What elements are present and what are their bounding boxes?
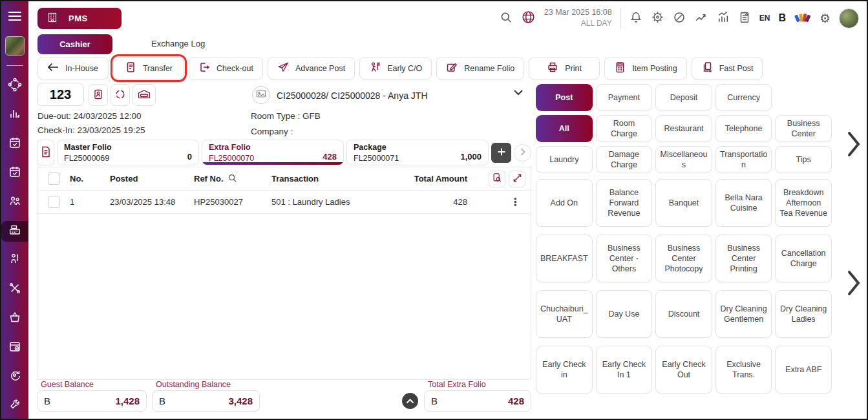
sidebar-item-schedule[interactable] [1,163,28,184]
search-button[interactable] [500,11,513,26]
sidebar-item-housekeeping[interactable] [1,250,28,271]
charge-item-button[interactable]: BREAKFAST [536,235,593,282]
total-extra-folio-value: 428 [508,395,524,406]
in-house-button[interactable]: In-House [37,57,109,79]
row-checkbox[interactable] [48,196,60,208]
row-menu-button[interactable]: ⋮ [487,196,531,208]
check-in-text: Check-In: 23/03/2025 19:25 [37,125,145,135]
early-co-button[interactable]: Early C/O [359,57,432,79]
report-button[interactable] [738,11,751,26]
block-button[interactable] [673,11,686,26]
pms-module-button[interactable]: PMS [37,8,122,29]
filter-tab[interactable]: Room Charge [596,115,653,142]
collapse-panel-button[interactable] [402,393,418,409]
filter-tab[interactable]: Damage Charge [596,146,653,173]
room-type-text: Room Type : GFB [251,111,321,121]
charge-item-button[interactable]: Day Use [596,290,653,338]
trend-button[interactable] [694,10,708,26]
panel-next-page-button-top[interactable] [847,131,861,160]
print-button[interactable]: Print [529,57,600,79]
charge-item-button[interactable]: Breakdown Afternoon Tea Revenue [775,179,832,227]
panel-next-page-button-bottom[interactable] [847,269,861,299]
language-button[interactable]: EN [759,14,770,23]
registration-card-button[interactable] [89,84,108,106]
charge-item-button[interactable]: Business Center Photocopy [655,235,712,282]
room-type-button[interactable] [132,84,156,106]
charge-item-button[interactable]: Extra ABF [775,346,832,394]
filter-tab[interactable]: Laundry [536,146,593,173]
tab-cashier[interactable]: Cashier [37,34,112,54]
charge-item-button[interactable]: Add On [536,179,593,227]
globe-button[interactable] [521,10,536,26]
select-all-checkbox[interactable] [48,173,60,185]
notifications-button[interactable] [630,11,642,26]
charge-item-button[interactable]: Bella Nara Cuisine [715,179,772,227]
currency-code-button[interactable]: B [778,12,786,24]
charge-item-button[interactable]: Dry Cleaning Gentlemen [715,290,772,338]
item-posting-button[interactable]: Item Posting [604,57,686,79]
charge-item-button[interactable]: Business Center Printing [715,235,772,282]
room-status-cycle-button[interactable] [111,84,130,106]
charge-item-button[interactable]: Banquet [655,179,712,227]
sidebar-item-calendar[interactable] [1,134,28,154]
filter-tab[interactable]: All [536,115,593,142]
charge-item-button[interactable]: Early Check in [536,346,593,394]
night-audit-button[interactable] [651,10,664,26]
action-tab[interactable]: Payment [596,84,653,111]
user-avatar[interactable] [839,8,859,28]
check-out-button[interactable]: Check-out [189,57,263,79]
sidebar-item-setup[interactable] [1,395,28,416]
charge-item-button[interactable]: Early Check In 1 [596,346,653,394]
next-folio-button[interactable] [514,144,531,162]
folio-tab-extra[interactable]: Extra Folio FL25000070 428 [202,140,344,165]
charge-item-button[interactable]: Exclusive Trans. [715,346,772,394]
bar-chart-icon [716,10,730,26]
charge-item-button[interactable]: Dry Cleaning Ladies [775,290,832,338]
filter-tab[interactable]: Telephone [715,115,772,142]
action-tab[interactable]: Currency [715,84,772,111]
charge-item-button[interactable]: Business Center - Others [596,235,653,282]
action-tab[interactable]: Post [536,84,593,111]
sidebar-item-statistics[interactable] [1,105,28,125]
filter-tab[interactable]: Tips [775,146,832,173]
settings-button[interactable]: ⚙ [820,11,831,25]
charge-item-button[interactable]: Chuchaiburi_UAT [536,290,593,338]
sidebar-item-shift-sync[interactable] [1,366,28,387]
add-folio-button[interactable] [491,143,511,163]
charge-item-button[interactable]: Balance Forward Revenue [596,179,653,227]
menu-button[interactable] [1,7,28,28]
charge-item-button[interactable]: Early Check Out [655,346,712,394]
theme-button[interactable] [794,10,811,26]
charge-item-button[interactable]: Discount [655,290,712,338]
folio-tab-master[interactable]: Master Folio FL25000069 0 [57,140,199,165]
sidebar-item-cashier[interactable] [1,221,28,242]
sidebar-item-market[interactable] [1,308,28,329]
statistics-button[interactable] [716,10,730,26]
ref-search-button[interactable] [228,173,237,185]
guest-expand-button[interactable] [513,89,524,99]
filter-tab[interactable]: Restaurant [655,115,712,142]
charge-item-button[interactable]: Cancellation Charge [775,235,832,282]
advance-post-button[interactable]: Advance Post [268,57,355,79]
expand-table-button[interactable] [509,171,525,187]
fast-post-button[interactable]: Fast Post [692,57,763,79]
transfer-button[interactable]: Transfer [113,57,184,79]
sidebar-item-planner[interactable] [1,337,28,358]
transaction-row[interactable]: 1 23/03/2025 13:48 HP25030027 501 : Laun… [37,191,531,214]
filter-tab[interactable]: Transportation [715,146,772,173]
expand-icon [513,173,522,185]
rename-folio-button[interactable]: Rename Folio [436,57,524,79]
due-out-text: Due-out: 24/03/2025 12:00 [37,111,142,121]
folio-tab-package[interactable]: Package FL25000071 1,000 [346,140,489,165]
filter-tab[interactable]: Miscellaneous [655,146,712,173]
tab-exchange-log[interactable]: Exchange Log [151,39,205,48]
sidebar-item-dashboard[interactable] [1,76,28,96]
filter-tab[interactable]: Business Center [775,115,832,142]
folio-search-button[interactable] [489,171,505,187]
folio-list-button[interactable] [37,140,54,165]
line-chart-icon [694,10,708,26]
sidebar-item-maintenance[interactable] [1,279,28,300]
folio-document-icon [40,145,52,160]
sidebar-item-guests[interactable] [1,192,28,213]
action-tab[interactable]: Deposit [655,84,712,111]
